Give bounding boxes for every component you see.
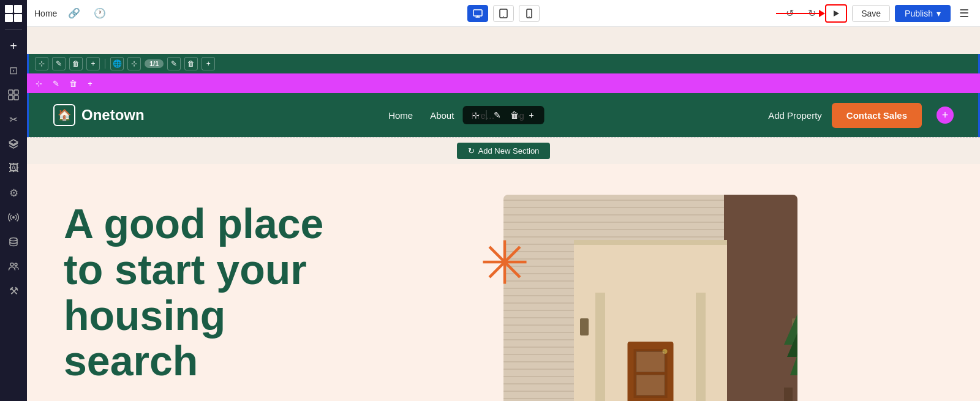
add-section-icon: ↻: [468, 146, 475, 156]
add-section-label: Add New Section: [478, 146, 540, 156]
add2-icon[interactable]: +: [202, 57, 215, 70]
link-icon[interactable]: 🔗: [66, 5, 83, 22]
redo-btn[interactable]: ↻: [803, 5, 820, 22]
image-icon[interactable]: 🖼: [2, 157, 24, 179]
svg-point-10: [503, 16, 504, 17]
hamburger-menu-btn[interactable]: ☰: [956, 4, 973, 23]
left-sidebar: + ⊡ ✂ 🖼 ⚙ ⚒: [0, 0, 27, 401]
hero-text: A good place to start your housing searc…: [64, 189, 358, 384]
integrations-icon[interactable]: ⚒: [2, 280, 24, 302]
layers-icon[interactable]: [2, 133, 24, 155]
nav-bar: 🏠 Onetown Home About Pre… log ⊹ ✎ 🗑 + Ad…: [27, 93, 980, 137]
facade: [574, 244, 727, 401]
door: [628, 342, 674, 401]
scissors-icon[interactable]: ✂: [2, 108, 24, 130]
svg-marker-18: [784, 296, 797, 345]
nav-floating-toolbar: ⊹ ✎ 🗑 +: [463, 106, 545, 124]
components-icon[interactable]: [2, 84, 24, 106]
hero-image-area: [358, 189, 943, 401]
nav-float-move[interactable]: ⊹: [469, 108, 483, 122]
pediment: [574, 240, 727, 245]
section-toolbar-1: ⊹ ✎ 🗑 + 🌐 ⊹ 1/1 ✎ 🗑 +: [27, 54, 980, 73]
nav-delete-icon[interactable]: 🗑: [66, 77, 80, 90]
logo-icon: 🏠: [53, 104, 75, 126]
contact-sales-btn[interactable]: Contact Sales: [832, 103, 922, 128]
device-switcher: [467, 5, 540, 22]
sep: [105, 59, 105, 69]
preview-btn[interactable]: [825, 4, 847, 23]
svg-rect-3: [14, 96, 18, 100]
nav-move-icon[interactable]: ⊹: [32, 77, 45, 90]
add-icon-toolbar[interactable]: +: [86, 57, 100, 70]
desktop-device-btn[interactable]: [467, 5, 488, 22]
divider: [5, 29, 22, 30]
nav-logo: 🏠 Onetown: [53, 104, 145, 126]
add-new-section-btn[interactable]: ↻ Add New Section: [457, 143, 551, 159]
lantern-left: [580, 318, 589, 335]
page-title: Home: [34, 9, 57, 18]
nav-float-delete[interactable]: 🗑: [508, 108, 521, 122]
broadcast-icon[interactable]: [2, 206, 24, 228]
mobile-device-btn[interactable]: [519, 5, 540, 22]
delete2-icon[interactable]: 🗑: [184, 57, 198, 70]
svg-point-7: [15, 263, 17, 266]
nav-about-link[interactable]: About: [430, 110, 454, 121]
edit-icon[interactable]: ✎: [52, 57, 66, 70]
nav-home-link[interactable]: Home: [388, 110, 413, 121]
grid-icon: [5, 5, 22, 22]
publish-arrow: ▾: [937, 9, 941, 18]
nav-edit-icon[interactable]: ✎: [49, 77, 62, 90]
nav-add-icon[interactable]: +: [83, 77, 97, 90]
svg-rect-0: [9, 90, 13, 94]
history-icon[interactable]: 🕐: [91, 5, 108, 22]
move2-icon[interactable]: ⊹: [127, 57, 141, 70]
undo-btn[interactable]: ↺: [781, 5, 798, 22]
move-icon[interactable]: ⊹: [35, 57, 48, 70]
svg-point-5: [10, 238, 17, 241]
editor-area: ⊹ ✎ 🗑 + 🌐 ⊹ 1/1 ✎ 🗑 + ⊹ ✎ 🗑 + 🏠 Onetown …: [27, 54, 980, 401]
hero-heading: A good place to start your housing searc…: [64, 201, 358, 384]
nav-right: Add Property Contact Sales +: [768, 103, 954, 128]
hero-section: A good place to start your housing searc…: [27, 164, 980, 401]
svg-marker-13: [834, 10, 839, 17]
column-right: [696, 293, 706, 401]
nav-float-edit[interactable]: ✎: [491, 108, 504, 122]
divider: [486, 110, 487, 120]
section-badge: 1/1: [145, 59, 164, 68]
svg-rect-2: [9, 96, 13, 100]
add-property-btn[interactable]: Add Property: [768, 110, 822, 121]
tree-foliage: [784, 296, 797, 394]
database-icon[interactable]: [2, 231, 24, 253]
add-new-section-area: ↻ Add New Section: [27, 137, 980, 164]
pages-icon[interactable]: ⊡: [2, 59, 24, 81]
svg-point-6: [10, 263, 13, 266]
house-image: [503, 195, 797, 401]
logo-text: Onetown: [81, 107, 145, 124]
add-icon[interactable]: +: [2, 35, 24, 57]
delete-icon[interactable]: 🗑: [69, 57, 83, 70]
nav-float-add[interactable]: +: [525, 108, 538, 122]
svg-point-12: [529, 16, 529, 17]
nav-plus-btn[interactable]: +: [937, 107, 954, 124]
nav-section-toolbar: ⊹ ✎ 🗑 +: [27, 73, 980, 93]
top-bar: Home 🔗 🕐 ↺ ↻ Save Publish: [27, 0, 980, 27]
top-bar-right: ↺ ↻ Save Publish ▾ ☰: [781, 4, 973, 23]
svg-point-4: [12, 216, 15, 219]
tablet-device-btn[interactable]: [493, 5, 514, 22]
users-icon[interactable]: [2, 255, 24, 277]
svg-rect-1: [14, 90, 18, 94]
settings-icon[interactable]: ⚙: [2, 182, 24, 204]
svg-rect-8: [473, 10, 482, 16]
edit2-icon[interactable]: ✎: [167, 57, 181, 70]
top-bar-left: Home 🔗 🕐: [34, 5, 108, 22]
save-btn[interactable]: Save: [852, 5, 890, 22]
column-left: [595, 293, 605, 401]
publish-btn[interactable]: Publish ▾: [895, 5, 951, 22]
door-window: [634, 349, 668, 398]
globe-icon[interactable]: 🌐: [110, 57, 124, 70]
